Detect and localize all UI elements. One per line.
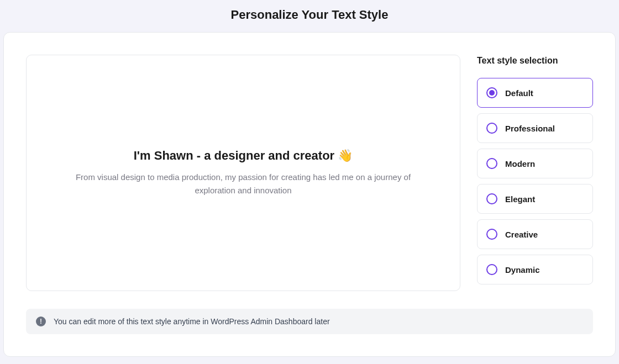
style-option-creative[interactable]: Creative <box>477 219 593 249</box>
radio-icon <box>486 158 497 169</box>
option-label: Default <box>505 88 533 98</box>
style-option-dynamic[interactable]: Dynamic <box>477 255 593 284</box>
preview-heading: I'm Shawn - a designer and creator 👋 <box>134 149 353 163</box>
selection-title: Text style selection <box>477 56 593 66</box>
radio-icon <box>486 264 497 275</box>
option-label: Elegant <box>505 194 535 204</box>
option-label: Modern <box>505 159 535 168</box>
info-bar: ! You can edit more of this text style a… <box>26 309 593 334</box>
option-label: Creative <box>505 230 538 239</box>
style-selection-panel: Text style selection Default Professiona… <box>477 55 593 291</box>
radio-icon <box>486 123 497 134</box>
style-option-modern[interactable]: Modern <box>477 149 593 178</box>
info-icon: ! <box>36 316 46 326</box>
option-label: Dynamic <box>505 265 540 275</box>
style-option-default[interactable]: Default <box>477 78 593 108</box>
style-option-professional[interactable]: Professional <box>477 113 593 143</box>
radio-icon <box>486 193 497 204</box>
preview-box: I'm Shawn - a designer and creator 👋 Fro… <box>26 55 460 291</box>
radio-icon <box>486 229 497 240</box>
info-text: You can edit more of this text style any… <box>54 317 330 326</box>
main-card: I'm Shawn - a designer and creator 👋 Fro… <box>3 32 616 357</box>
content-row: I'm Shawn - a designer and creator 👋 Fro… <box>26 55 593 291</box>
preview-subtext: From visual design to media production, … <box>55 171 431 197</box>
page-title: Personalize Your Text Style <box>0 0 619 32</box>
radio-icon <box>486 87 497 98</box>
style-option-elegant[interactable]: Elegant <box>477 184 593 214</box>
option-label: Professional <box>505 124 555 133</box>
